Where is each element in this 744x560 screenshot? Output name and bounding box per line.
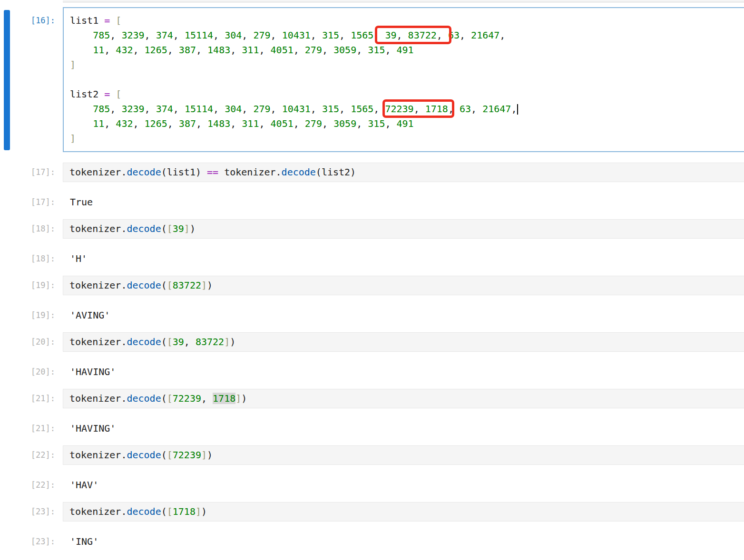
output-prompt-18: [18]: bbox=[0, 251, 63, 266]
output-prompt-23: [23]: bbox=[0, 534, 63, 549]
code-editor-22[interactable]: tokenizer.decode([72239]) bbox=[63, 445, 744, 465]
output-text-20: 'HAVING' bbox=[63, 365, 744, 379]
code-content-22: tokenizer.decode([72239]) bbox=[69, 448, 739, 463]
output-area-22: [22]: 'HAV' bbox=[0, 478, 744, 492]
code-cell-21: [21]: tokenizer.decode([72239, 1718]) bbox=[0, 389, 744, 408]
code-content-23: tokenizer.decode([1718]) bbox=[69, 504, 739, 519]
output-text-21: 'HAVING' bbox=[63, 421, 744, 436]
code-cell-19: [19]: tokenizer.decode([83722]) bbox=[0, 276, 744, 295]
output-text-22: 'HAV' bbox=[63, 478, 744, 492]
input-prompt-22: [22]: bbox=[0, 445, 63, 463]
output-prompt-22: [22]: bbox=[0, 478, 63, 492]
code-content-17: tokenizer.decode(list1) == tokenizer.dec… bbox=[69, 165, 739, 180]
active-cell-indicator-bar[interactable] bbox=[4, 10, 10, 150]
code-editor-17[interactable]: tokenizer.decode(list1) == tokenizer.dec… bbox=[63, 163, 744, 182]
input-prompt-18: [18]: bbox=[0, 219, 63, 236]
code-content-20: tokenizer.decode([39, 83722]) bbox=[69, 335, 739, 349]
output-area-21: [21]: 'HAVING' bbox=[0, 421, 744, 436]
output-text-19: 'AVING' bbox=[63, 308, 744, 323]
output-area-23: [23]: 'ING' bbox=[0, 534, 744, 549]
output-area-18: [18]: 'H' bbox=[0, 251, 744, 266]
output-prompt-17: [17]: bbox=[0, 195, 63, 210]
output-text-17: True bbox=[63, 195, 744, 210]
code-content-21: tokenizer.decode([72239, 1718]) bbox=[69, 391, 739, 406]
input-prompt-20: [20]: bbox=[0, 332, 63, 349]
code-content-18: tokenizer.decode([39]) bbox=[69, 222, 739, 236]
input-prompt-19: [19]: bbox=[0, 276, 63, 293]
output-prompt-19: [19]: bbox=[0, 308, 63, 323]
code-content-16: list1 = [ 785, 3239, 374, 15114, 304, 27… bbox=[70, 13, 739, 146]
input-prompt-23: [23]: bbox=[0, 502, 63, 519]
input-prompt-17: [17]: bbox=[0, 163, 63, 180]
output-area-17: [17]: True bbox=[0, 195, 744, 210]
output-prompt-21: [21]: bbox=[0, 421, 63, 436]
code-editor-23[interactable]: tokenizer.decode([1718]) bbox=[63, 502, 744, 521]
code-editor-18[interactable]: tokenizer.decode([39]) bbox=[63, 219, 744, 239]
code-cell-16: [16]: list1 = [ 785, 3239, 374, 15114, 3… bbox=[0, 7, 744, 152]
code-cell-18: [18]: tokenizer.decode([39]) bbox=[0, 219, 744, 239]
output-text-18: 'H' bbox=[63, 251, 744, 266]
code-editor-20[interactable]: tokenizer.decode([39, 83722]) bbox=[63, 332, 744, 352]
output-area-19: [19]: 'AVING' bbox=[0, 308, 744, 323]
notebook: [16]: list1 = [ 785, 3239, 374, 15114, 3… bbox=[0, 0, 744, 549]
output-prompt-20: [20]: bbox=[0, 365, 63, 379]
output-text-23: 'ING' bbox=[63, 534, 744, 549]
code-cell-22: [22]: tokenizer.decode([72239]) bbox=[0, 445, 744, 465]
code-editor-19[interactable]: tokenizer.decode([83722]) bbox=[63, 276, 744, 295]
code-cell-23: [23]: tokenizer.decode([1718]) bbox=[0, 502, 744, 521]
previous-cell-bottom-edge bbox=[63, 0, 744, 2]
output-area-20: [20]: 'HAVING' bbox=[0, 365, 744, 379]
code-cell-20: [20]: tokenizer.decode([39, 83722]) bbox=[0, 332, 744, 352]
code-content-19: tokenizer.decode([83722]) bbox=[69, 278, 739, 293]
code-editor-16[interactable]: list1 = [ 785, 3239, 374, 15114, 304, 27… bbox=[63, 7, 744, 152]
code-editor-21[interactable]: tokenizer.decode([72239, 1718]) bbox=[63, 389, 744, 408]
code-cell-17: [17]: tokenizer.decode(list1) == tokeniz… bbox=[0, 163, 744, 182]
input-prompt-21: [21]: bbox=[0, 389, 63, 406]
